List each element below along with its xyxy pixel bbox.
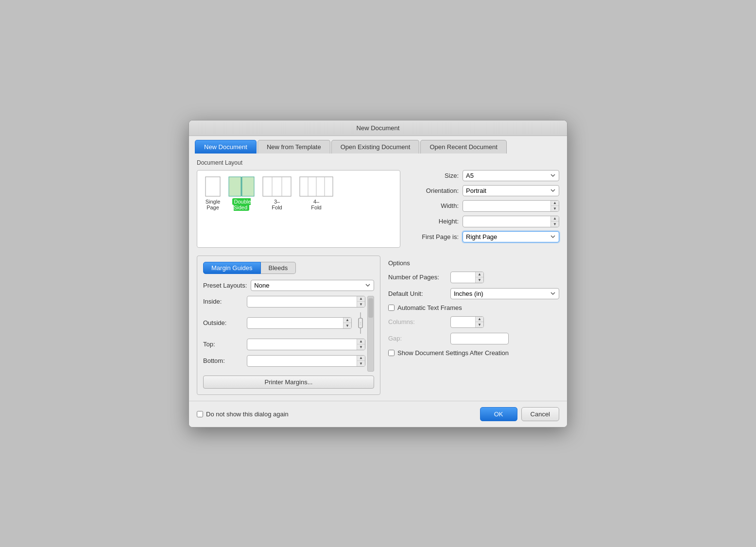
width-field[interactable]: 5.8268 in <box>463 201 550 211</box>
three-fold-label: 3–Fold <box>272 199 282 210</box>
inside-up[interactable]: ▲ <box>357 296 365 302</box>
top-up[interactable]: ▲ <box>357 339 365 344</box>
bottom-up[interactable]: ▲ <box>357 356 365 361</box>
gap-label: Gap: <box>388 335 447 342</box>
margin-scrollbar[interactable] <box>367 296 374 372</box>
num-pages-up[interactable]: ▲ <box>476 272 483 277</box>
inside-stepper: ▲ ▼ <box>357 296 365 307</box>
size-select[interactable]: A5 <box>463 170 559 181</box>
show-settings-checkbox[interactable] <box>388 350 395 356</box>
columns-input: 1 ▲ ▼ <box>450 316 484 328</box>
layout-double-sided[interactable]: DoubleSided <box>228 176 255 210</box>
double-sided-label: DoubleSided <box>232 199 251 210</box>
height-stepper: ▲ ▼ <box>550 216 559 227</box>
inside-field[interactable]: 0.7000 in <box>247 296 357 307</box>
height-down[interactable]: ▼ <box>551 222 559 227</box>
show-settings-row: Show Document Settings After Creation <box>388 349 559 357</box>
top-down[interactable]: ▼ <box>357 344 365 350</box>
columns-down[interactable]: ▼ <box>476 322 483 327</box>
printer-margins-button[interactable]: Printer Margins... <box>203 376 374 389</box>
top-row: Top: 0.5000 in ▲ ▼ <box>203 339 365 350</box>
left-panel: Margin Guides Bleeds Preset Layouts: Non… <box>197 256 380 395</box>
options-title: Options <box>388 259 559 267</box>
button-group: OK Cancel <box>480 407 559 421</box>
new-document-dialog: New Document New Document New from Templ… <box>189 120 567 427</box>
layout-three-fold[interactable]: 3–Fold <box>262 176 292 210</box>
sub-tab-margin-guides[interactable]: Margin Guides <box>203 262 261 274</box>
cancel-button[interactable]: Cancel <box>521 407 559 421</box>
do-not-show-area: Do not show this dialog again <box>197 410 289 418</box>
tab-new-from-template[interactable]: New from Template <box>258 140 330 154</box>
inside-down[interactable]: ▼ <box>357 302 365 307</box>
layout-single-page[interactable]: SinglePage <box>205 176 221 210</box>
preset-select[interactable]: None <box>251 280 374 291</box>
outside-row: Outside: 0.5000 in ▲ ▼ <box>203 312 365 334</box>
width-up[interactable]: ▲ <box>551 201 559 206</box>
width-down[interactable]: ▼ <box>551 206 559 211</box>
layout-options-box: SinglePage DoubleSided <box>197 170 400 248</box>
inside-input: 0.7000 in ▲ ▼ <box>247 296 365 308</box>
tab-open-recent[interactable]: Open Recent Document <box>420 140 506 154</box>
columns-up[interactable]: ▲ <box>476 317 483 322</box>
show-settings-label: Show Document Settings After Creation <box>397 349 509 357</box>
default-unit-row: Default Unit: Inches (in) <box>388 288 559 299</box>
ok-button[interactable]: OK <box>480 407 517 421</box>
layout-icons: SinglePage DoubleSided <box>205 176 392 210</box>
top-stepper: ▲ ▼ <box>357 339 365 350</box>
height-up[interactable]: ▲ <box>551 216 559 222</box>
outside-input: 0.5000 in ▲ ▼ <box>247 317 352 329</box>
num-pages-label: Number of Pages: <box>388 274 447 281</box>
gap-row: Gap: 0.1528 in ▲ ▼ <box>388 333 559 344</box>
three-fold-icon <box>262 176 292 197</box>
default-unit-label: Default Unit: <box>388 290 447 297</box>
sub-tab-bleeds[interactable]: Bleeds <box>261 262 296 274</box>
tab-open-existing[interactable]: Open Existing Document <box>331 140 420 154</box>
num-pages-input: 1 ▲ ▼ <box>450 272 484 283</box>
layout-area: SinglePage DoubleSided <box>197 170 559 248</box>
size-row: Size: A5 <box>410 170 559 181</box>
tab-new-document[interactable]: New Document <box>195 140 257 154</box>
bottom-label: Bottom: <box>203 357 247 364</box>
columns-label: Columns: <box>388 318 447 325</box>
four-fold-icon <box>299 176 333 197</box>
orientation-label: Orientation: <box>410 187 459 194</box>
size-control: A5 <box>463 170 559 181</box>
default-unit-select[interactable]: Inches (in) <box>450 288 559 299</box>
bottom-field[interactable]: 0.5000 in <box>247 356 357 366</box>
do-not-show-checkbox[interactable] <box>197 411 203 417</box>
double-sided-active-label: DoubleSided <box>232 198 251 211</box>
height-field[interactable]: 8.2677 in <box>463 216 550 226</box>
height-row: Height: 8.2677 in ▲ ▼ <box>410 216 559 227</box>
lower-section: Margin Guides Bleeds Preset Layouts: Non… <box>197 256 559 395</box>
layout-four-fold[interactable]: 4–Fold <box>299 176 333 210</box>
width-label: Width: <box>410 202 459 209</box>
outside-up[interactable]: ▲ <box>344 318 351 323</box>
svg-text:⋮: ⋮ <box>359 321 362 325</box>
num-pages-field[interactable]: 1 <box>451 272 475 282</box>
svg-rect-1 <box>229 177 241 196</box>
orientation-row: Orientation: Portrait <box>410 185 559 196</box>
columns-field[interactable]: 1 <box>451 317 475 327</box>
double-sided-icon <box>228 176 255 197</box>
outside-label: Outside: <box>203 319 247 326</box>
bottom-input-group: 0.5000 in ▲ ▼ <box>247 355 365 367</box>
num-pages-stepper: ▲ ▼ <box>475 272 483 283</box>
gap-field[interactable]: 0.1528 in <box>451 333 509 343</box>
svg-rect-0 <box>206 177 220 196</box>
do-not-show-label: Do not show this dialog again <box>206 410 289 418</box>
first-page-select[interactable]: Right Page <box>463 231 559 242</box>
bottom-down[interactable]: ▼ <box>357 361 365 366</box>
size-label: Size: <box>410 172 459 179</box>
default-unit-control: Inches (in) <box>450 288 559 299</box>
top-field[interactable]: 0.5000 in <box>247 339 357 349</box>
outside-down[interactable]: ▼ <box>344 323 351 328</box>
auto-text-frames-checkbox[interactable] <box>388 305 395 311</box>
orientation-select[interactable]: Portrait <box>463 185 559 196</box>
inside-row: Inside: 0.7000 in ▲ ▼ <box>203 296 365 308</box>
outside-field[interactable]: 0.5000 in <box>247 318 343 328</box>
right-panel: Options Number of Pages: 1 ▲ ▼ Default U… <box>388 256 559 395</box>
num-pages-down[interactable]: ▼ <box>476 277 483 283</box>
num-pages-row: Number of Pages: 1 ▲ ▼ <box>388 272 559 283</box>
first-page-label: First Page is: <box>410 233 459 240</box>
link-icon-group: ⋮ <box>356 312 365 334</box>
